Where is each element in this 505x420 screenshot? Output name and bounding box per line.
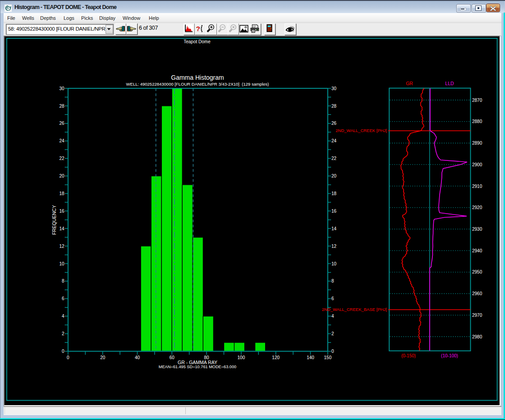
svg-text:26: 26 (59, 121, 64, 126)
svg-text:22: 22 (59, 156, 64, 161)
svg-text:14: 14 (331, 226, 337, 231)
svg-text:18: 18 (59, 191, 64, 196)
svg-text:0: 0 (67, 355, 69, 360)
svg-text:4: 4 (331, 314, 334, 319)
svg-text:2890: 2890 (472, 141, 482, 146)
svg-text:GR: GR (406, 81, 413, 86)
svg-text:2960: 2960 (472, 291, 482, 296)
svg-text:14: 14 (59, 226, 64, 231)
svg-text:28: 28 (59, 104, 64, 109)
svg-text:4: 4 (62, 314, 64, 319)
svg-text:10: 10 (59, 261, 64, 266)
svg-text:2ND_WALL_CREEK [PHJ]: 2ND_WALL_CREEK [PHJ] (335, 128, 387, 133)
svg-text:30: 30 (59, 86, 64, 91)
svg-text:2ND_WALL_CREEK_BASE [PHJ]: 2ND_WALL_CREEK_BASE [PHJ] (322, 307, 387, 312)
svg-text:0: 0 (62, 349, 64, 354)
svg-text:2: 2 (62, 331, 64, 336)
svg-text:30: 30 (331, 86, 337, 91)
svg-text:6: 6 (331, 296, 334, 301)
svg-text:2950: 2950 (472, 269, 482, 274)
svg-text:2: 2 (331, 331, 334, 336)
svg-text:10: 10 (331, 261, 337, 266)
svg-text:LLD: LLD (445, 81, 454, 86)
svg-text:20: 20 (100, 355, 106, 360)
svg-text:18: 18 (331, 191, 337, 196)
svg-text:24: 24 (331, 138, 337, 143)
svg-text:2980: 2980 (472, 334, 482, 339)
svg-text:8: 8 (62, 278, 64, 283)
svg-text:2910: 2910 (472, 184, 482, 189)
svg-text:8: 8 (331, 278, 334, 283)
svg-text:2900: 2900 (472, 162, 482, 167)
svg-text:2970: 2970 (472, 313, 482, 318)
svg-text:120: 120 (272, 355, 280, 360)
svg-text:6: 6 (62, 296, 64, 301)
svg-text:Teapot Dome: Teapot Dome (184, 39, 211, 44)
svg-text:Gamma Histogram: Gamma Histogram (171, 74, 224, 81)
svg-text:20: 20 (331, 173, 337, 178)
svg-text:12: 12 (331, 244, 337, 249)
svg-text:60: 60 (170, 355, 175, 360)
svg-text:12: 12 (59, 244, 64, 249)
svg-text:40: 40 (135, 355, 140, 360)
svg-text:0: 0 (331, 349, 334, 354)
svg-text:26: 26 (331, 121, 337, 126)
svg-text:MEAN=61.495 SD=10.761 MODE=63.: MEAN=61.495 SD=10.761 MODE=63.000 (159, 365, 236, 369)
svg-text:FREQUENCY: FREQUENCY (51, 205, 57, 235)
svg-text:140: 140 (307, 355, 314, 360)
svg-text:2920: 2920 (472, 205, 482, 210)
svg-text:2930: 2930 (472, 227, 482, 232)
svg-text:20: 20 (59, 173, 64, 178)
svg-text:2940: 2940 (472, 248, 482, 253)
svg-text:(10-100): (10-100) (441, 353, 458, 358)
svg-text:(0-150): (0-150) (401, 353, 416, 358)
svg-text:2880: 2880 (472, 119, 482, 124)
svg-text:16: 16 (59, 209, 64, 214)
svg-text:2870: 2870 (472, 98, 482, 103)
svg-text:100: 100 (238, 355, 245, 360)
svg-text:22: 22 (331, 156, 337, 161)
svg-text:28: 28 (331, 104, 337, 109)
svg-text:16: 16 (331, 209, 337, 214)
svg-text:150: 150 (324, 355, 332, 360)
svg-text:?: ? (196, 25, 200, 32)
svg-text:24: 24 (59, 138, 64, 143)
svg-text:WELL: 49025228430000 [FLOUR DA: WELL: 49025228430000 [FLOUR DANIEL/NPR 3… (126, 82, 269, 87)
